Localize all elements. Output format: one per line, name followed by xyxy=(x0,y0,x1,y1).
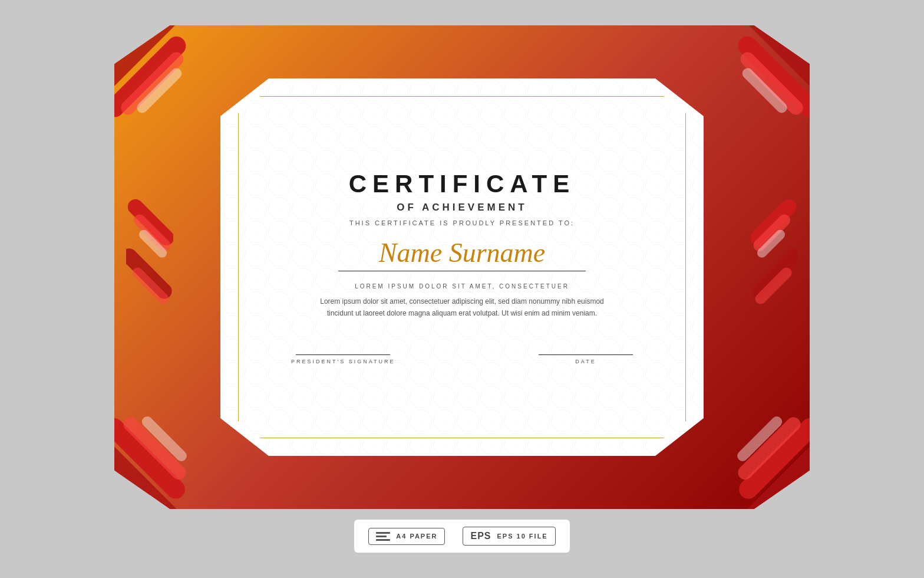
cert-subtitle: OF ACHIEVEMENT xyxy=(397,202,527,214)
eps-icon: EPS xyxy=(470,531,491,541)
footer-bar: A4 PAPER EPS EPS 10 FILE xyxy=(354,520,569,553)
a4-paper-badge: A4 PAPER xyxy=(368,528,445,545)
cert-presented-to: THIS CERTIFICATE IS PROUDLY PRESENTED TO… xyxy=(349,219,575,226)
page-wrapper: CERTIFICATE OF ACHIEVEMENT THIS CERTIFIC… xyxy=(114,25,810,553)
signature-line xyxy=(296,354,390,355)
cert-recipient-name: Name Surname xyxy=(379,237,545,268)
signature-label: PRESIDENT'S SIGNATURE xyxy=(291,359,395,364)
name-underline xyxy=(338,271,586,271)
eps-label: EPS 10 FILE xyxy=(497,533,548,540)
signature-block: PRESIDENT'S SIGNATURE xyxy=(291,354,395,364)
eps-badge: EPS EPS 10 FILE xyxy=(463,527,555,546)
deco-bottom-right xyxy=(692,391,810,509)
deco-left-mid xyxy=(126,179,173,356)
deco-right-mid xyxy=(751,179,798,356)
cert-lorem-title: LOREM IPSUM DOLOR SIT AMET, CONSECTETUER xyxy=(355,283,569,290)
a4-icon xyxy=(376,532,390,541)
certificate-card: CERTIFICATE OF ACHIEVEMENT THIS CERTIFIC… xyxy=(114,25,810,509)
certificate-inner: CERTIFICATE OF ACHIEVEMENT THIS CERTIFIC… xyxy=(220,78,704,456)
date-line xyxy=(539,354,633,355)
cert-body-text: Lorem ipsum dolor sit amet, consectetuer… xyxy=(309,295,615,320)
a4-label: A4 PAPER xyxy=(396,533,437,540)
date-label: DATE xyxy=(575,359,596,364)
deco-top-right xyxy=(692,25,810,143)
deco-top-left xyxy=(114,25,232,143)
date-block: DATE xyxy=(539,354,633,364)
cert-content: CERTIFICATE OF ACHIEVEMENT THIS CERTIFIC… xyxy=(220,170,704,365)
deco-bottom-left xyxy=(114,391,232,509)
cert-title: CERTIFICATE xyxy=(349,170,576,198)
